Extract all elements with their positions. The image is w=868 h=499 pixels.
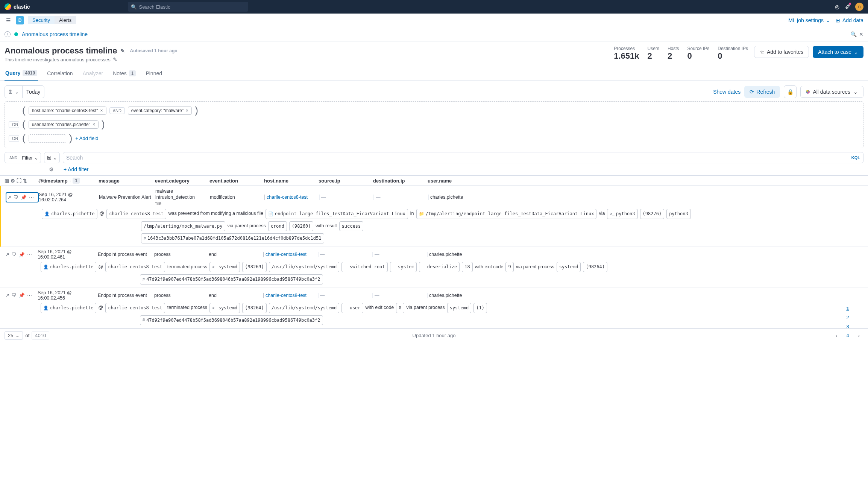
detail-pill[interactable]: systemd: [447, 303, 472, 313]
operator-or[interactable]: or: [9, 135, 19, 142]
add-to-favorites-button[interactable]: ☆ Add to favorites: [754, 46, 809, 58]
detail-pill[interactable]: #47d92f9e907ed4478b58f5ad3698046b57aa892…: [140, 274, 323, 284]
page-number-button[interactable]: 2: [843, 313, 852, 322]
detail-pill[interactable]: 📄endpoint-large-files_TestData_EicarVari…: [266, 209, 408, 219]
col-header-event-action[interactable]: event.action: [209, 178, 264, 184]
detail-pill[interactable]: (98264): [242, 303, 267, 313]
col-header-event-category[interactable]: event.category: [155, 178, 209, 184]
filter-mode-and[interactable]: AND Filter ⌄: [5, 152, 41, 163]
detail-pill[interactable]: >_systemd: [209, 303, 240, 313]
expand-icon[interactable]: ↗: [7, 195, 11, 200]
detail-pill[interactable]: (98260): [289, 221, 314, 231]
page-number-button[interactable]: 1: [843, 304, 852, 313]
page-number-button[interactable]: 4: [843, 331, 852, 340]
detail-pill[interactable]: crond: [268, 221, 287, 231]
tab-correlation[interactable]: Correlation: [46, 66, 73, 81]
refresh-button[interactable]: ⟳ Refresh: [744, 86, 780, 98]
user-avatar[interactable]: n: [855, 3, 863, 11]
breadcrumb-security[interactable]: Security: [28, 16, 55, 24]
query-chip-username[interactable]: user.name: "charles.pichette" ×: [29, 120, 99, 129]
lock-icon[interactable]: 🔒: [784, 85, 797, 98]
pin-icon[interactable]: 📌: [19, 252, 25, 257]
operator-or[interactable]: or: [9, 121, 19, 128]
operator-and[interactable]: and: [109, 107, 125, 114]
expand-icon[interactable]: ↗: [5, 252, 9, 257]
date-picker[interactable]: 🗓 ⌄ Today: [5, 85, 44, 98]
tab-notes[interactable]: Notes 1: [112, 66, 137, 81]
fullscreen-icon[interactable]: ⛶: [17, 178, 21, 184]
notes-icon[interactable]: 🗨: [14, 195, 18, 200]
close-icon[interactable]: ✕: [859, 31, 863, 37]
fields-icon[interactable]: ▥: [5, 178, 9, 184]
detail-pill[interactable]: --deserialize: [419, 262, 460, 272]
tab-pinned[interactable]: Pinned: [145, 66, 163, 81]
detail-pill[interactable]: charlie-centos8-test: [105, 262, 165, 272]
host-link[interactable]: charlie-centos8-test: [264, 195, 308, 200]
notes-icon[interactable]: 🗨: [12, 252, 17, 257]
detail-pill[interactable]: (98264): [583, 262, 607, 272]
add-filter-link[interactable]: + Add filter: [64, 166, 89, 172]
detail-pill[interactable]: 18: [462, 262, 472, 272]
col-header-destination-ip[interactable]: destination.ip: [373, 178, 428, 184]
calendar-icon[interactable]: 🗓 ⌄: [5, 86, 23, 98]
gear-icon[interactable]: ⚙: [11, 178, 15, 184]
show-dates-link[interactable]: Show dates: [713, 89, 741, 95]
elastic-logo[interactable]: elastic: [5, 3, 30, 10]
table-row[interactable]: ↗ 🗨 📌 ⋯ Sep 16, 2021 @ 16:00:02.461 Endp…: [0, 247, 868, 288]
page-next-button[interactable]: ›: [854, 331, 863, 340]
detail-pill[interactable]: (98276): [640, 209, 665, 219]
detail-pill[interactable]: 👤charles.pichette: [42, 209, 97, 219]
col-header-source-ip[interactable]: source.ip: [319, 178, 373, 184]
host-link[interactable]: charlie-centos8-test: [263, 252, 307, 257]
data-sources-select[interactable]: All data sources ⌄: [800, 86, 863, 98]
detail-pill[interactable]: 0: [396, 303, 404, 313]
saved-query-button[interactable]: 🖫 ⌄: [44, 152, 60, 163]
col-header-message[interactable]: message: [99, 178, 155, 184]
add-data-link[interactable]: ⊞ Add data: [836, 17, 863, 23]
detail-pill[interactable]: (1): [473, 303, 487, 313]
more-icon[interactable]: ⋯: [27, 252, 32, 257]
col-header-host-name[interactable]: host.name: [264, 178, 319, 184]
kql-toggle[interactable]: KQL: [851, 155, 860, 160]
detail-pill[interactable]: --system: [390, 262, 417, 272]
add-field-link[interactable]: + Add field: [75, 135, 98, 141]
detail-pill[interactable]: 👤charles.pichette: [41, 262, 96, 272]
detail-pill[interactable]: success: [339, 221, 364, 231]
detail-pill[interactable]: 📁/tmp/alerting/endpoint-large-files_Test…: [416, 209, 597, 219]
query-chip-hostname[interactable]: host.name: "charlie-centos8-test" ×: [29, 106, 106, 115]
filter-settings-icon[interactable]: ⚙ —: [49, 166, 61, 172]
detail-pill[interactable]: systemd: [557, 262, 581, 272]
table-row[interactable]: ↗ 🗨 📌 ⋯ Sep 16, 2021 @ 16:02:07.264 Malw…: [0, 186, 868, 247]
detail-pill[interactable]: (98269): [242, 262, 267, 272]
chip-remove-icon[interactable]: ×: [93, 122, 95, 127]
detail-pill[interactable]: /usr/lib/systemd/systemd: [269, 303, 339, 313]
detail-pill[interactable]: --switched-root: [341, 262, 387, 272]
more-icon[interactable]: ⋯: [29, 195, 34, 200]
attach-to-case-button[interactable]: Attach to case ⌄: [813, 46, 863, 58]
ml-job-settings-link[interactable]: ML job settings ⌄: [788, 17, 830, 23]
page-number-button[interactable]: 3: [843, 322, 852, 331]
expand-icon[interactable]: ↗: [5, 292, 9, 298]
sort-icon[interactable]: ⇅: [23, 178, 27, 184]
host-link[interactable]: charlie-centos8-test: [263, 293, 307, 298]
inspect-icon[interactable]: 🔍: [850, 31, 857, 37]
detail-pill[interactable]: >_systemd: [209, 262, 240, 272]
pin-icon[interactable]: 📌: [21, 195, 27, 200]
tab-query[interactable]: Query 4010: [5, 66, 38, 81]
detail-pill[interactable]: charlie-centos8-test: [105, 303, 165, 313]
edit-title-icon[interactable]: ✎: [120, 48, 125, 54]
space-selector[interactable]: D: [16, 16, 24, 24]
more-icon[interactable]: ⋯: [27, 292, 32, 298]
pin-icon[interactable]: 📌: [19, 292, 25, 298]
chip-remove-icon[interactable]: ×: [100, 108, 103, 113]
detail-pill[interactable]: #1643c3a3bb7617abe07a1d68fd105a972d0816e…: [141, 233, 324, 243]
col-header-timestamp[interactable]: @timestamp ↓ 1: [38, 178, 99, 184]
breadcrumb-alerts[interactable]: Alerts: [55, 16, 76, 24]
page-number-button[interactable]: 5: [843, 340, 852, 342]
notes-icon[interactable]: 🗨: [12, 292, 17, 298]
edit-subtitle-icon[interactable]: ✎: [113, 56, 117, 62]
detail-pill[interactable]: python3: [666, 209, 691, 219]
timeline-title-link[interactable]: Anomalous process timeline: [22, 31, 88, 37]
menu-toggle-icon[interactable]: ☰: [5, 17, 12, 24]
help-icon[interactable]: ◎: [835, 4, 839, 10]
